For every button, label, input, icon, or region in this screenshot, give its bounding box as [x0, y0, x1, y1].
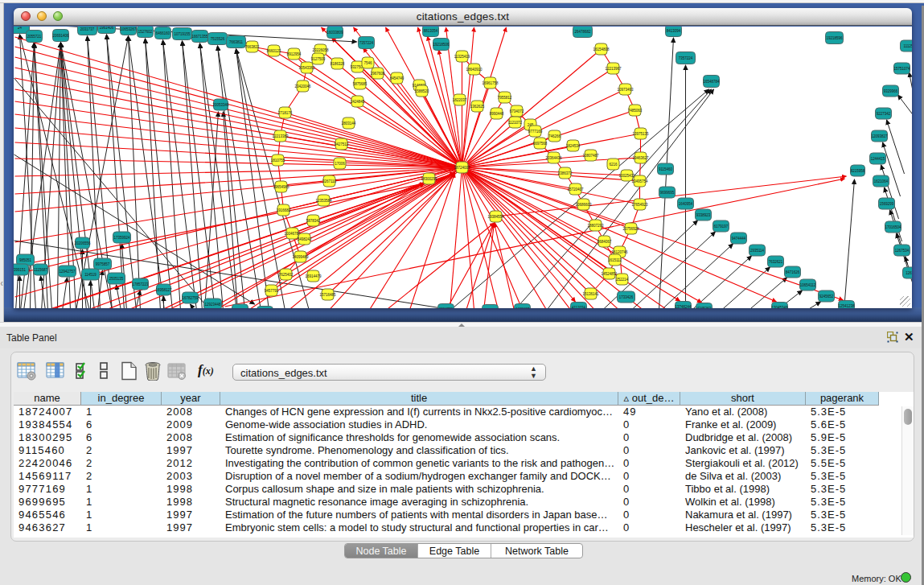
svg-text:8990448: 8990448 — [490, 112, 504, 116]
svg-text:10654112: 10654112 — [800, 283, 816, 287]
svg-text:14524851: 14524851 — [601, 272, 618, 276]
svg-text:252214: 252214 — [616, 278, 629, 282]
svg-text:8660123: 8660123 — [267, 49, 281, 53]
svg-text:8912954: 8912954 — [287, 52, 302, 56]
svg-text:1621064: 1621064 — [874, 179, 889, 183]
svg-text:8454749: 8454749 — [390, 76, 405, 80]
svg-text:20756928: 20756928 — [622, 227, 639, 231]
svg-text:2031737: 2031737 — [80, 27, 95, 31]
svg-text:2055721: 2055721 — [27, 35, 42, 39]
svg-text:8813054: 8813054 — [424, 29, 438, 33]
svg-text:10653267: 10653267 — [120, 27, 137, 31]
svg-text:5878342: 5878342 — [306, 219, 321, 223]
svg-text:2935114: 2935114 — [750, 249, 765, 253]
svg-text:12541238: 12541238 — [838, 304, 855, 308]
svg-text:20053346: 20053346 — [212, 103, 229, 107]
svg-text:12942757: 12942757 — [59, 270, 76, 274]
svg-text:2386372: 2386372 — [558, 171, 573, 175]
svg-text:7546: 7546 — [363, 61, 372, 65]
svg-text:8215958: 8215958 — [851, 169, 865, 173]
svg-text:6179197: 6179197 — [714, 225, 729, 229]
svg-text:7625402: 7625402 — [279, 273, 294, 277]
svg-text:11325419: 11325419 — [454, 55, 470, 59]
svg-text:12353584: 12353584 — [315, 199, 332, 203]
svg-text:9427512: 9427512 — [335, 142, 349, 146]
svg-text:4112034: 4112034 — [572, 306, 586, 308]
svg-text:1588520: 1588520 — [415, 89, 429, 93]
svg-text:12675: 12675 — [906, 271, 912, 275]
svg-text:9329966: 9329966 — [884, 89, 898, 93]
svg-text:7663822: 7663822 — [245, 45, 260, 49]
svg-text:10686603: 10686603 — [575, 203, 592, 207]
svg-text:3267110: 3267110 — [322, 179, 337, 183]
svg-text:8186328: 8186328 — [331, 62, 345, 66]
svg-text:9474444: 9474444 — [732, 237, 746, 241]
svg-text:1961406: 1961406 — [100, 27, 114, 30]
svg-text:18724007: 18724007 — [454, 166, 470, 170]
svg-text:2718176: 2718176 — [278, 111, 293, 115]
svg-text:24: 24 — [18, 27, 23, 30]
svg-text:2967608: 2967608 — [371, 72, 385, 76]
svg-text:10025433: 10025433 — [618, 174, 635, 178]
svg-text:7663811: 7663811 — [229, 40, 244, 44]
svg-text:26478682: 26478682 — [574, 30, 591, 34]
svg-text:16671355: 16671355 — [191, 35, 208, 39]
svg-text:20691406: 20691406 — [52, 34, 69, 38]
svg-text:1527602: 1527602 — [138, 30, 153, 34]
svg-text:9127509: 9127509 — [311, 57, 326, 61]
svg-text:1733426: 1733426 — [619, 295, 634, 299]
svg-text:16154808: 16154808 — [593, 47, 610, 51]
svg-text:8224730: 8224730 — [439, 307, 454, 308]
svg-text:10543362: 10543362 — [298, 66, 315, 70]
svg-text:17016504: 17016504 — [885, 225, 901, 229]
svg-text:12213383: 12213383 — [272, 134, 289, 138]
svg-text:10973493: 10973493 — [617, 88, 634, 92]
svg-text:18807293: 18807293 — [587, 224, 604, 228]
svg-text:7955812: 7955812 — [498, 96, 512, 100]
svg-text:15716485: 15716485 — [319, 293, 336, 297]
svg-text:17654923: 17654923 — [631, 203, 648, 207]
svg-text:7357224: 7357224 — [359, 41, 374, 45]
svg-text:16961758: 16961758 — [482, 81, 499, 85]
svg-text:13975135: 13975135 — [632, 132, 649, 136]
svg-text:11125: 11125 — [904, 44, 912, 48]
svg-text:7485063: 7485063 — [628, 109, 643, 113]
svg-text:1916682: 1916682 — [277, 208, 291, 212]
svg-text:13748244: 13748244 — [675, 305, 692, 308]
svg-text:1824534: 1824534 — [566, 144, 581, 148]
svg-text:2505135: 2505135 — [109, 277, 124, 281]
svg-text:1121072: 1121072 — [508, 121, 523, 125]
svg-text:20364436: 20364436 — [545, 156, 562, 160]
svg-text:1362625: 1362625 — [470, 105, 485, 109]
svg-text:10807487: 10807487 — [582, 154, 599, 158]
svg-text:399151: 399151 — [14, 268, 26, 272]
svg-text:17006: 17006 — [335, 162, 345, 166]
svg-text:16782759: 16782759 — [182, 296, 199, 300]
svg-text:17359924: 17359924 — [113, 236, 130, 240]
svg-text:12213967: 12213967 — [605, 67, 622, 71]
svg-text:16120746: 16120746 — [611, 250, 628, 254]
svg-text:14099489: 14099489 — [292, 255, 309, 259]
svg-text:23226058: 23226058 — [312, 48, 329, 52]
svg-text:1822037: 1822037 — [453, 98, 467, 102]
svg-text:12923448: 12923448 — [204, 303, 221, 307]
svg-text:746266: 746266 — [548, 134, 561, 138]
svg-text:15751074: 15751074 — [893, 67, 910, 71]
svg-text:8684067: 8684067 — [598, 240, 612, 244]
svg-text:7357224: 7357224 — [679, 56, 693, 60]
svg-text:7632621: 7632621 — [769, 260, 783, 264]
svg-text:4429607: 4429607 — [515, 307, 530, 308]
svg-text:19463627: 19463627 — [632, 156, 649, 160]
svg-text:10046786: 10046786 — [284, 232, 301, 236]
svg-text:5498242: 5498242 — [298, 237, 312, 241]
svg-text:9338923: 9338923 — [696, 213, 711, 217]
svg-text:6697568: 6697568 — [533, 142, 548, 146]
svg-text:9457791: 9457791 — [265, 289, 279, 293]
svg-text:9115460: 9115460 — [659, 167, 673, 171]
svg-text:17857223: 17857223 — [132, 282, 149, 286]
svg-text:13045349: 13045349 — [771, 306, 788, 308]
svg-text:985051: 985051 — [19, 258, 32, 262]
svg-text:114519: 114519 — [84, 273, 97, 277]
svg-text:20206556: 20206556 — [74, 241, 91, 245]
svg-text:6734072: 6734072 — [510, 109, 524, 113]
